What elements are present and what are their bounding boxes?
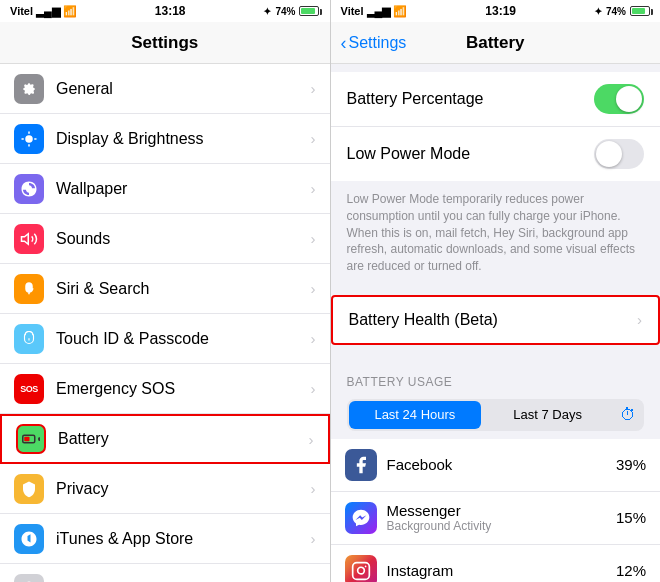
battery-health-label: Battery Health (Beta) [349, 311, 638, 329]
back-label: Settings [349, 34, 407, 52]
right-nav-bar: ‹ Settings Battery [331, 22, 661, 64]
battery-chevron: › [309, 431, 314, 448]
right-signal-icon: ▂▄▆ [367, 5, 391, 18]
sounds-chevron: › [311, 230, 316, 247]
svg-rect-7 [24, 437, 29, 442]
siri-chevron: › [311, 280, 316, 297]
usage-divider [331, 353, 661, 361]
usage-facebook[interactable]: Facebook 39% [331, 439, 661, 492]
messenger-pct: 15% [616, 509, 646, 526]
list-item-siri[interactable]: Siri & Search › [0, 264, 330, 314]
sounds-label: Sounds [56, 230, 311, 248]
battery-health-chevron: › [637, 311, 642, 328]
svg-point-9 [364, 566, 366, 568]
left-battery-icon [299, 6, 319, 16]
privacy-chevron: › [311, 480, 316, 497]
svg-point-1 [25, 135, 33, 143]
right-carrier: Vitel [341, 5, 364, 17]
usage-messenger[interactable]: Messenger Background Activity 15% [331, 492, 661, 545]
right-nav-title: Battery [466, 33, 525, 53]
wifi-icon: 📶 [63, 5, 77, 18]
siri-label: Siri & Search [56, 280, 311, 298]
left-status-left: Vitel ▂▄▆ 📶 [10, 5, 77, 18]
list-item-general[interactable]: General › [0, 64, 330, 114]
facebook-info: Facebook [387, 456, 616, 473]
left-carrier: Vitel [10, 5, 33, 17]
right-status-right: ✦ 74% [594, 6, 650, 17]
left-panel: Vitel ▂▄▆ 📶 13:18 ✦ 74% Settings General… [0, 0, 330, 582]
privacy-label: Privacy [56, 480, 311, 498]
instagram-pct: 12% [616, 562, 646, 579]
instagram-icon [345, 555, 377, 582]
privacy-icon [14, 474, 44, 504]
wallpaper-chevron: › [311, 180, 316, 197]
right-battery-pct: 74% [606, 6, 626, 17]
left-status-right: ✦ 74% [263, 6, 319, 17]
display-chevron: › [311, 130, 316, 147]
general-chevron: › [311, 80, 316, 97]
messenger-sub: Background Activity [387, 519, 616, 533]
list-item-wallpaper[interactable]: Wallpaper › [0, 164, 330, 214]
right-time: 13:19 [485, 4, 516, 18]
itunes-chevron: › [311, 530, 316, 547]
battery-percentage-toggle[interactable] [594, 84, 644, 114]
bluetooth-icon: ✦ [263, 6, 271, 17]
facebook-pct: 39% [616, 456, 646, 473]
touchid-chevron: › [311, 330, 316, 347]
battery-percentage-group: Battery Percentage Low Power Mode [331, 72, 661, 181]
messenger-name: Messenger [387, 502, 616, 519]
list-item-itunes[interactable]: iTunes & App Store › [0, 514, 330, 564]
left-list-group: General › Display & Brightness › Wallpap… [0, 64, 330, 582]
section-header: BATTERY USAGE [331, 361, 661, 395]
battery-health-row[interactable]: Battery Health (Beta) › [331, 295, 661, 345]
touchid-label: Touch ID & Passcode [56, 330, 311, 348]
list-item-sos[interactable]: SOS Emergency SOS › [0, 364, 330, 414]
list-item-privacy[interactable]: Privacy › [0, 464, 330, 514]
usage-instagram[interactable]: Instagram 12% [331, 545, 661, 582]
low-power-toggle[interactable] [594, 139, 644, 169]
battery-percentage-label: Battery Percentage [347, 90, 595, 108]
battery-percentage-knob [616, 86, 642, 112]
left-time: 13:18 [155, 4, 186, 18]
accounts-icon [14, 574, 44, 582]
list-item-accounts[interactable]: Accounts & Passwords › [0, 564, 330, 582]
right-wifi-icon: 📶 [393, 5, 407, 18]
sos-icon: SOS [14, 374, 44, 404]
general-label: General [56, 80, 311, 98]
list-item-display[interactable]: Display & Brightness › [0, 114, 330, 164]
left-settings-list[interactable]: General › Display & Brightness › Wallpap… [0, 64, 330, 582]
display-icon [14, 124, 44, 154]
right-battery-icon [630, 6, 650, 16]
seg-btn-24h[interactable]: Last 24 Hours [349, 401, 482, 429]
battery-label: Battery [58, 430, 309, 448]
segmented-control[interactable]: Last 24 Hours Last 7 Days ⏱ [347, 399, 645, 431]
messenger-icon [345, 502, 377, 534]
seg-btn-7d[interactable]: Last 7 Days [481, 401, 614, 429]
low-power-label: Low Power Mode [347, 145, 595, 163]
battery-health-wrapper: Battery Health (Beta) › [331, 295, 661, 345]
facebook-name: Facebook [387, 456, 616, 473]
list-item-touchid[interactable]: Touch ID & Passcode › [0, 314, 330, 364]
messenger-info: Messenger Background Activity [387, 502, 616, 533]
wallpaper-icon [14, 174, 44, 204]
right-bluetooth-icon: ✦ [594, 6, 602, 17]
battery-percentage-row: Battery Percentage [331, 72, 661, 127]
display-label: Display & Brightness [56, 130, 311, 148]
sos-label: Emergency SOS [56, 380, 311, 398]
back-button[interactable]: ‹ Settings [341, 34, 407, 52]
battery-content: Battery Percentage Low Power Mode Low Po… [331, 64, 661, 582]
list-item-battery[interactable]: Battery › [0, 414, 330, 464]
signal-icon: ▂▄▆ [36, 5, 60, 18]
svg-rect-8 [352, 563, 369, 580]
instagram-info: Instagram [387, 562, 616, 579]
seg-clock-icon[interactable]: ⏱ [614, 401, 642, 429]
list-item-sounds[interactable]: Sounds › [0, 214, 330, 264]
low-power-row: Low Power Mode [331, 127, 661, 181]
left-status-bar: Vitel ▂▄▆ 📶 13:18 ✦ 74% [0, 0, 330, 22]
right-status-bar: Vitel ▂▄▆ 📶 13:19 ✦ 74% [331, 0, 661, 22]
sounds-icon [14, 224, 44, 254]
back-arrow-icon: ‹ [341, 34, 347, 52]
usage-list: Facebook 39% Messenger Background Activi… [331, 439, 661, 582]
left-battery-pct: 74% [275, 6, 295, 17]
facebook-icon [345, 449, 377, 481]
